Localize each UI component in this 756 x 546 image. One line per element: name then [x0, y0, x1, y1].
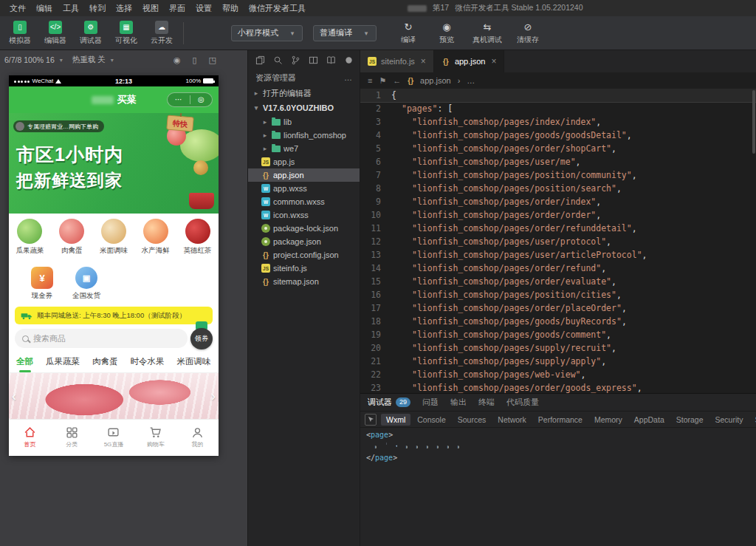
panel-tab[interactable]: 调试器29 — [368, 397, 410, 408]
code-line[interactable]: 16"lionfish_comshop/pages/position/citie… — [360, 288, 756, 301]
more-icon[interactable]: … — [344, 73, 352, 82]
phone-tab[interactable]: 瓜果蔬菜 — [46, 356, 80, 367]
wxml-node[interactable]: "vipModal"…</i-sku> — [377, 441, 387, 452]
editor-toggle[interactable]: </>编辑器 — [43, 21, 68, 46]
close-icon[interactable]: × — [421, 56, 426, 66]
panel-tab[interactable]: 终端 — [478, 397, 495, 408]
code-line[interactable]: 9"lionfish_comshop/pages/order/index", — [360, 195, 756, 208]
device-zoom-selector[interactable]: 6/7/8 100% 16 ▾ — [4, 55, 65, 64]
wxml-node[interactable]: ▶<i-sku is="lionfish_comshop/components/… — [366, 441, 377, 452]
tabbar-item[interactable]: 5G直播 — [93, 420, 135, 454]
carousel-prev-icon[interactable]: ‹ — [12, 389, 16, 404]
category-item[interactable]: 米面调味 — [94, 219, 133, 256]
wxml-node[interactable]: </page> — [366, 453, 750, 464]
code-line[interactable]: 21"lionfish_comshop/pages/supply/apply", — [360, 355, 756, 368]
inspector-tab[interactable]: Performance — [533, 414, 588, 426]
tree-item[interactable]: {}app.json — [248, 168, 360, 182]
breadcrumb-more[interactable]: … — [467, 76, 475, 85]
panel-tab[interactable]: 输出 — [450, 397, 467, 408]
carousel-next-icon[interactable]: › — [211, 389, 216, 404]
feature-item[interactable]: ¥现金券 — [31, 267, 53, 301]
back-arrow-icon[interactable]: ← — [393, 76, 401, 85]
clear-cache-button[interactable]: ⊘清缓存 — [515, 21, 540, 45]
phone-tab[interactable]: 肉禽蛋 — [92, 356, 118, 367]
tree-item[interactable]: ▸lionfish_comshop — [248, 129, 360, 142]
code-line[interactable]: 17"lionfish_comshop/pages/order/placeOrd… — [360, 301, 756, 315]
git-branch-icon[interactable] — [291, 55, 300, 65]
tree-item[interactable]: package-lock.json — [248, 222, 360, 235]
code-line[interactable]: 23"lionfish_comshop/pages/order/goods_ex… — [360, 381, 756, 393]
open-editors-section[interactable]: ▸ 打开的编辑器 — [248, 86, 360, 100]
code-line[interactable]: 8"lionfish_comshop/pages/position/search… — [360, 182, 756, 195]
tree-item[interactable]: Wicon.wxss — [248, 208, 360, 222]
wxml-tree[interactable]: <page>▶<i-sku is="lionfish_comshop/compo… — [360, 428, 756, 546]
tree-item[interactable]: ▸we7 — [248, 142, 360, 155]
phone-tab[interactable]: 全部 — [16, 356, 33, 367]
element-picker-icon[interactable] — [365, 414, 377, 426]
simulator-toggle[interactable]: ▯模拟器 — [7, 21, 32, 46]
remote-debug-button[interactable]: ⇆真机调试 — [472, 21, 502, 45]
record-icon[interactable]: ◉ — [173, 55, 181, 65]
compile-mode-dropdown[interactable]: 普通编译 ▾ — [313, 25, 377, 41]
menu-item[interactable]: 编辑 — [31, 1, 58, 16]
notice-bar[interactable]: 顺丰同城急送: 上午8:30 晚上18:00（测试阶段） — [15, 307, 213, 324]
menu-item[interactable]: 转到 — [84, 1, 111, 16]
menu-item[interactable]: 工具 — [58, 1, 84, 16]
panel-tab[interactable]: 代码质量 — [506, 397, 539, 408]
tree-item[interactable]: Wapp.wxss — [248, 182, 360, 195]
code-editor[interactable]: 1{2"pages": [3"lionfish_comshop/pages/in… — [360, 89, 756, 393]
menu-item[interactable]: 微信开发者工具 — [244, 1, 311, 16]
code-line[interactable]: 20"lionfish_comshop/pages/supply/recruit… — [360, 341, 756, 355]
phone-tab[interactable]: 时令水果 — [131, 356, 165, 367]
mode-dropdown[interactable]: 小程序模式 ▾ — [231, 25, 303, 41]
detach-window-icon[interactable]: ◳ — [209, 55, 216, 65]
menu-item[interactable]: 设置 — [190, 1, 217, 16]
code-line[interactable]: 1{ — [360, 89, 756, 102]
wechat-capsule[interactable]: ⋯ ◎ — [167, 92, 213, 107]
code-line[interactable]: 3"lionfish_comshop/pages/index/index", — [360, 115, 756, 129]
category-item[interactable]: 肉禽蛋 — [52, 219, 91, 256]
code-line[interactable]: 19"lionfish_comshop/pages/goods/comment"… — [360, 328, 756, 341]
product-carousel-image[interactable]: ‹ › — [9, 373, 219, 419]
tree-item[interactable]: {}sitemap.json — [248, 275, 360, 288]
wxml-node[interactable]: ▶<i-new-auth is="lionfish_comshop/compon… — [418, 441, 428, 452]
code-line[interactable]: 13"lionfish_comshop/pages/user/articlePr… — [360, 248, 756, 262]
editor-tab[interactable]: {}app.json× — [434, 50, 505, 72]
tabbar-item[interactable]: 购物车 — [134, 420, 176, 454]
menu-item[interactable]: 文件 — [4, 1, 31, 16]
device-icon[interactable]: ▯ — [193, 55, 197, 65]
wxml-node[interactable]: ▶<i-modal is="lionfish_comshop/component… — [439, 441, 449, 452]
inspector-tab[interactable]: Console — [412, 414, 451, 426]
code-line[interactable]: 7"lionfish_comshop/pages/position/commun… — [360, 168, 756, 182]
more-icon[interactable]: ⋯ — [168, 93, 190, 106]
search-icon[interactable] — [273, 55, 283, 65]
visualization-toggle[interactable]: ▦可视化 — [114, 21, 139, 46]
promo-banner[interactable]: 专属理赔胃业…网购下单购 特快 市区1小时内 把新鲜送到家 — [9, 113, 219, 214]
tree-item[interactable]: JSsiteinfo.js — [248, 262, 360, 275]
split-editor-icon[interactable] — [309, 55, 318, 65]
tabbar-item[interactable]: 首页 — [9, 420, 51, 454]
outline-icon[interactable]: ≡ — [368, 76, 372, 85]
category-item[interactable]: 瓜果蔬菜 — [10, 219, 49, 256]
hot-reload-toggle[interactable]: 热重载 关 ▾ — [72, 55, 116, 65]
tabbar-item[interactable]: 我的 — [176, 420, 219, 454]
category-item[interactable]: 水产海鲜 — [137, 219, 175, 256]
cloud-dev-toggle[interactable]: ☁云开发 — [149, 21, 174, 46]
editor-scrollbar[interactable] — [752, 90, 755, 154]
close-icon[interactable]: × — [491, 56, 496, 66]
breadcrumb-file[interactable]: app.json — [420, 76, 451, 85]
inspector-tab[interactable]: Sources — [453, 414, 492, 426]
project-root-section[interactable]: ▾ V17.6.0YOUZHIBO — [248, 100, 360, 115]
wxml-node[interactable]: ▶<view class="model-services show">…</vi… — [397, 441, 408, 452]
search-input[interactable]: 搜索商品 — [15, 329, 188, 348]
feature-item[interactable]: ▣全国发货 — [72, 267, 100, 301]
code-line[interactable]: 15"lionfish_comshop/pages/order/evaluate… — [360, 275, 756, 288]
menu-item[interactable]: 选择 — [111, 1, 137, 16]
float-coupon-button[interactable]: 领券 — [189, 321, 214, 349]
bookmark-icon[interactable]: ⚑ — [379, 76, 386, 86]
inspector-tab[interactable]: Storage — [671, 414, 709, 426]
debugger-toggle[interactable]: ⚙调试器 — [78, 21, 103, 46]
code-line[interactable]: 12"lionfish_comshop/pages/user/protocol"… — [360, 235, 756, 248]
tabbar-item[interactable]: 分类 — [51, 420, 93, 454]
code-line[interactable]: 14"lionfish_comshop/pages/order/refund", — [360, 262, 756, 275]
